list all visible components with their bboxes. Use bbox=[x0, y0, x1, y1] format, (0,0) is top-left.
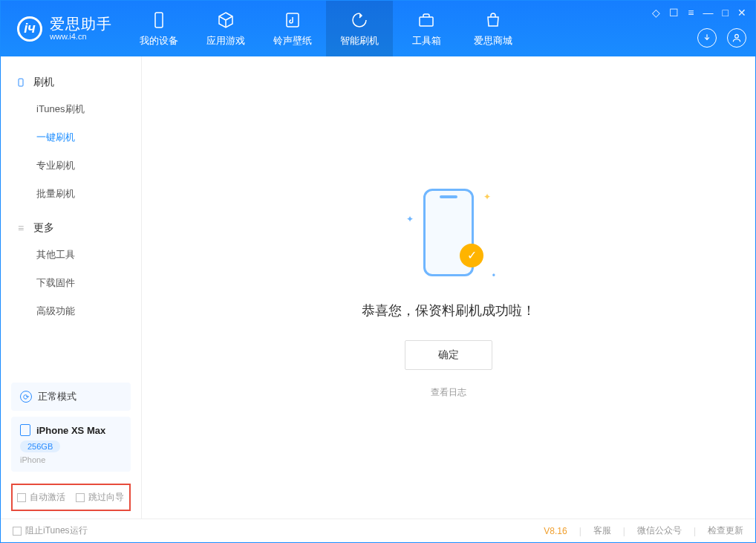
checkbox-skip-guide[interactable]: 跳过向导 bbox=[76, 491, 124, 504]
music-icon bbox=[283, 10, 302, 30]
sidebar-group-more: ≡ 更多 bbox=[1, 215, 141, 241]
sidebar: 刷机 iTunes刷机 一键刷机 专业刷机 批量刷机 ≡ 更多 其他工具 下载固… bbox=[1, 56, 142, 518]
logo-icon: iч bbox=[17, 16, 42, 42]
bag-icon bbox=[483, 10, 503, 30]
view-log-link[interactable]: 查看日志 bbox=[431, 386, 466, 399]
main-content: ✦ ✦ • ✓ 恭喜您，保资料刷机成功啦！ 确定 查看日志 bbox=[142, 56, 755, 518]
success-illustration: ✦ ✦ • ✓ bbox=[400, 177, 497, 288]
tab-label: 工具箱 bbox=[412, 34, 441, 48]
logo: iч 爱思助手 www.i4.cn bbox=[1, 1, 126, 56]
tab-ringtone[interactable]: 铃声壁纸 bbox=[259, 1, 326, 56]
sidebar-group-flash: 刷机 bbox=[1, 70, 141, 95]
tab-label: 我的设备 bbox=[140, 34, 178, 48]
sidebar-item-oneclick[interactable]: 一键刷机 bbox=[1, 123, 141, 152]
header: iч 爱思助手 www.i4.cn 我的设备 应用游戏 铃声壁纸 智能刷机 bbox=[1, 1, 755, 56]
tab-label: 爱思商城 bbox=[474, 34, 512, 48]
support-link[interactable]: 客服 bbox=[593, 524, 611, 537]
sidebar-item-batch[interactable]: 批量刷机 bbox=[1, 180, 141, 208]
success-message: 恭喜您，保资料刷机成功啦！ bbox=[362, 302, 535, 319]
list-icon: ≡ bbox=[16, 223, 26, 233]
minimize-button[interactable]: — bbox=[703, 7, 714, 19]
main-tabs: 我的设备 应用游戏 铃声壁纸 智能刷机 工具箱 爱思商城 bbox=[126, 1, 527, 56]
svg-rect-0 bbox=[155, 13, 163, 27]
sidebar-item-advanced[interactable]: 高级功能 bbox=[1, 297, 141, 325]
checkbox-label: 跳过向导 bbox=[88, 491, 124, 504]
tab-label: 应用游戏 bbox=[206, 34, 245, 48]
device-card[interactable]: iPhone XS Max 256GB iPhone bbox=[11, 417, 131, 472]
checkbox-label: 阻止iTunes运行 bbox=[25, 524, 88, 537]
svg-point-3 bbox=[735, 34, 739, 38]
sidebar-item-other[interactable]: 其他工具 bbox=[1, 241, 141, 269]
wechat-link[interactable]: 微信公众号 bbox=[637, 524, 682, 537]
app-title: 爱思助手 bbox=[50, 16, 112, 32]
device-name: iPhone XS Max bbox=[36, 425, 105, 436]
check-badge-icon: ✓ bbox=[460, 244, 483, 267]
device-capacity: 256GB bbox=[20, 440, 60, 452]
footer: 阻止iTunes运行 V8.16 | 客服 | 微信公众号 | 检查更新 bbox=[1, 518, 755, 542]
mode-icon: ⟳ bbox=[20, 391, 32, 403]
mode-box[interactable]: ⟳ 正常模式 bbox=[11, 383, 131, 411]
mode-label: 正常模式 bbox=[38, 390, 76, 403]
version-label: V8.16 bbox=[544, 526, 567, 536]
tab-label: 智能刷机 bbox=[340, 34, 379, 48]
tab-apps[interactable]: 应用游戏 bbox=[192, 1, 259, 56]
app-window: iч 爱思助手 www.i4.cn 我的设备 应用游戏 铃声壁纸 智能刷机 bbox=[0, 0, 756, 543]
checkbox-icon bbox=[76, 493, 85, 502]
sparkle-icon: ✦ bbox=[406, 214, 414, 224]
checkbox-label: 自动激活 bbox=[30, 491, 65, 504]
tab-label: 铃声壁纸 bbox=[273, 34, 312, 48]
update-link[interactable]: 检查更新 bbox=[708, 524, 743, 537]
checkbox-auto-activate[interactable]: 自动激活 bbox=[17, 491, 65, 504]
tab-flash[interactable]: 智能刷机 bbox=[326, 1, 393, 56]
sidebar-item-firmware[interactable]: 下载固件 bbox=[1, 269, 141, 297]
header-right: ◇ ☐ ≡ — □ ✕ bbox=[652, 1, 746, 56]
app-subtitle: www.i4.cn bbox=[50, 32, 112, 41]
ok-button[interactable]: 确定 bbox=[405, 340, 492, 370]
svg-rect-2 bbox=[420, 17, 433, 26]
feedback-icon[interactable]: ☐ bbox=[669, 7, 679, 19]
phone-outline-icon bbox=[20, 424, 30, 436]
sparkle-icon: ✦ bbox=[483, 192, 491, 202]
checkbox-icon bbox=[13, 527, 22, 536]
cube-icon bbox=[216, 10, 235, 30]
body: 刷机 iTunes刷机 一键刷机 专业刷机 批量刷机 ≡ 更多 其他工具 下载固… bbox=[1, 56, 755, 518]
close-button[interactable]: ✕ bbox=[737, 7, 746, 19]
checkbox-block-itunes[interactable]: 阻止iTunes运行 bbox=[13, 524, 88, 537]
tab-tools[interactable]: 工具箱 bbox=[393, 1, 460, 56]
sparkle-icon: • bbox=[492, 270, 495, 281]
user-icon[interactable] bbox=[727, 28, 746, 48]
group-label: 刷机 bbox=[33, 76, 54, 89]
device-type: iPhone bbox=[20, 455, 122, 464]
download-icon[interactable] bbox=[697, 28, 717, 48]
tab-device[interactable]: 我的设备 bbox=[126, 1, 192, 56]
maximize-button[interactable]: □ bbox=[723, 7, 729, 19]
phone-icon bbox=[16, 77, 26, 88]
refresh-icon bbox=[350, 10, 369, 30]
sidebar-item-pro[interactable]: 专业刷机 bbox=[1, 152, 141, 180]
menu-icon[interactable]: ≡ bbox=[688, 7, 694, 19]
options-row: 自动激活 跳过向导 bbox=[11, 484, 131, 511]
group-label: 更多 bbox=[33, 221, 54, 235]
window-controls: ◇ ☐ ≡ — □ ✕ bbox=[652, 7, 746, 19]
sidebar-item-itunes[interactable]: iTunes刷机 bbox=[1, 95, 141, 123]
checkbox-icon bbox=[17, 493, 26, 502]
svg-rect-4 bbox=[19, 79, 23, 86]
device-icon bbox=[149, 10, 169, 30]
toolbox-icon bbox=[417, 10, 436, 30]
tshirt-icon[interactable]: ◇ bbox=[652, 7, 660, 19]
tab-store[interactable]: 爱思商城 bbox=[460, 1, 527, 56]
